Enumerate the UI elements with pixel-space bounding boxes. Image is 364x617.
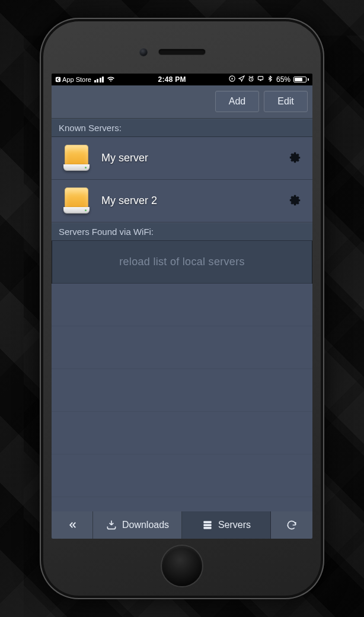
clock: 2:48 PM: [117, 75, 226, 84]
known-servers-header: Known Servers:: [52, 119, 312, 137]
tab-downloads[interactable]: Downloads: [93, 511, 182, 539]
download-icon: [106, 519, 117, 531]
drive-icon: [62, 144, 91, 172]
back-label: App Store: [62, 76, 91, 83]
edit-button[interactable]: Edit: [264, 91, 308, 112]
svg-rect-5: [203, 524, 211, 526]
svg-rect-3: [258, 77, 263, 80]
server-row[interactable]: My server 2: [52, 180, 312, 222]
top-toolbar: Add Edit: [52, 85, 312, 119]
svg-rect-6: [203, 527, 211, 529]
bluetooth-icon: [267, 75, 273, 84]
reload-servers-button[interactable]: reload list of local servers: [52, 241, 312, 284]
server-name: My server 2: [101, 195, 278, 207]
battery-percent: 65%: [276, 75, 290, 84]
add-button[interactable]: Add: [215, 91, 259, 112]
phone-speaker: [159, 49, 205, 55]
server-row[interactable]: My server: [52, 137, 312, 180]
gear-icon[interactable]: [289, 194, 302, 207]
tab-bar: Downloads Servers: [52, 511, 312, 539]
server-icon: [202, 519, 213, 531]
screen: App Store 2:48 PM 65% Add Edit: [52, 74, 312, 539]
empty-list-area: [52, 284, 312, 511]
double-chevron-left-icon: [66, 519, 78, 531]
drive-icon: [62, 186, 91, 215]
alarm-icon: [248, 75, 254, 84]
refresh-icon: [286, 519, 298, 531]
status-bar: App Store 2:48 PM 65%: [52, 74, 312, 85]
wifi-servers-header: Servers Found via WiFi:: [52, 222, 312, 241]
back-to-appstore[interactable]: App Store: [55, 76, 91, 83]
camera-dot: [139, 48, 148, 56]
back-tab[interactable]: [52, 511, 93, 539]
svg-rect-0: [56, 77, 60, 82]
gear-icon[interactable]: [289, 151, 302, 164]
server-name: My server: [101, 152, 278, 164]
airplay-icon: [257, 75, 264, 84]
phone-frame: App Store 2:48 PM 65% Add Edit: [40, 18, 324, 599]
tab-servers[interactable]: Servers: [182, 511, 271, 539]
svg-rect-4: [203, 521, 211, 523]
tab-downloads-label: Downloads: [122, 520, 169, 530]
orientation-lock-icon: [229, 75, 235, 84]
back-chevron-icon: [55, 77, 61, 82]
wifi-icon: [107, 76, 115, 82]
location-icon: [238, 75, 245, 84]
signal-icon: [94, 77, 104, 82]
tab-servers-label: Servers: [218, 520, 251, 530]
battery-icon: [293, 77, 309, 82]
refresh-tab[interactable]: [271, 511, 312, 539]
home-button[interactable]: [162, 546, 202, 586]
